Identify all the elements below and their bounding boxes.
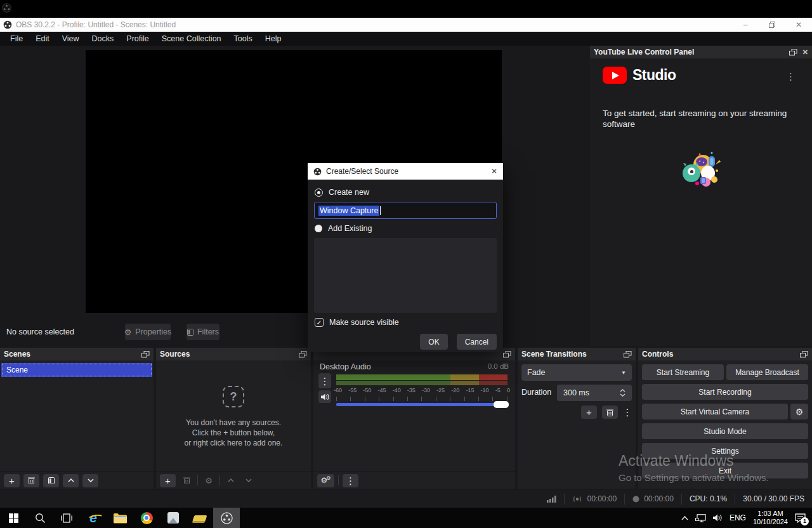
scene-filters-button[interactable] xyxy=(43,474,59,487)
volume-meter xyxy=(336,374,508,385)
close-panel-icon[interactable]: ✕ xyxy=(802,48,808,56)
studio-mode-button[interactable]: Studio Mode xyxy=(642,423,808,439)
remove-transition-button[interactable] xyxy=(602,406,618,419)
popout-icon[interactable] xyxy=(503,351,511,358)
close-button[interactable]: ✕ xyxy=(785,18,812,32)
popout-icon[interactable] xyxy=(299,351,307,358)
start-recording-button[interactable]: Start Recording xyxy=(642,384,808,400)
popout-icon[interactable] xyxy=(624,351,632,358)
internet-explorer-button[interactable]: e xyxy=(80,508,107,528)
start-streaming-button[interactable]: Start Streaming xyxy=(642,364,724,380)
obs-logo-icon xyxy=(2,3,11,13)
move-scene-up-button[interactable] xyxy=(63,474,79,487)
mixer-source-name: Desktop Audio xyxy=(320,362,371,371)
dialog-close-icon[interactable]: ✕ xyxy=(491,167,497,176)
make-source-visible-checkbox[interactable]: ✓ Make source visible xyxy=(315,318,399,327)
cancel-button[interactable]: Cancel xyxy=(457,334,497,350)
transition-props-button[interactable]: ⋮ xyxy=(623,406,632,419)
menu-docks[interactable]: Docks xyxy=(86,34,121,43)
popout-icon[interactable] xyxy=(789,49,797,56)
duration-spinbox[interactable]: 300 ms xyxy=(557,385,632,401)
language-indicator[interactable]: ENG xyxy=(730,513,746,522)
youtube-menu-dots-icon[interactable]: ⋮ xyxy=(786,71,796,82)
scenes-title: Scenes xyxy=(4,350,30,359)
create-new-radio[interactable]: Create new xyxy=(315,188,369,197)
file-explorer-button[interactable] xyxy=(107,508,133,528)
volume-icon[interactable] xyxy=(713,514,723,522)
taskbar-clock[interactable]: 1:03 AM 10/10/2024 xyxy=(753,510,788,526)
menu-view[interactable]: View xyxy=(56,34,86,43)
mixer-menu-button[interactable]: ⋮ xyxy=(343,474,358,487)
text-caret xyxy=(380,206,381,215)
add-scene-button[interactable]: + xyxy=(4,474,20,487)
action-center-button[interactable]: 1 xyxy=(795,513,806,523)
menu-edit[interactable]: Edit xyxy=(29,34,56,43)
controls-header: Controls xyxy=(638,348,812,360)
move-scene-down-button[interactable] xyxy=(82,474,98,487)
search-icon xyxy=(35,513,46,524)
source-properties-button[interactable]: ⚙ xyxy=(202,474,216,487)
photos-app-button[interactable] xyxy=(160,508,187,528)
start-virtual-camera-button[interactable]: Start Virtual Camera xyxy=(642,404,788,419)
tray-expand-icon[interactable] xyxy=(681,516,688,520)
menu-file[interactable]: File xyxy=(4,34,29,43)
youtube-panel: YouTube Live Control Panel ✕ Studio ⋮ To… xyxy=(590,46,812,346)
popout-icon[interactable] xyxy=(800,351,808,358)
obs-logo-icon xyxy=(221,512,233,524)
status-bar: 00:00:00 00:00:00 CPU: 0.1% 30.00 / 30.0… xyxy=(0,490,812,508)
obs-taskbar-button[interactable] xyxy=(213,508,240,528)
manage-broadcast-button[interactable]: Manage Broadcast xyxy=(726,364,808,380)
task-view-button[interactable] xyxy=(53,508,80,528)
add-source-button[interactable]: + xyxy=(160,474,176,487)
mixer-dots-button[interactable]: ⋮ xyxy=(318,373,331,388)
clock-time: 1:03 AM xyxy=(753,510,788,518)
ok-button[interactable]: OK xyxy=(420,334,447,350)
sources-empty-state: ? You don't have any sources. Click the … xyxy=(156,386,311,448)
taskbar-search-button[interactable] xyxy=(27,508,53,528)
youtube-studio-logo: Studio xyxy=(603,67,676,84)
mixer-level-db: 0.0 dB xyxy=(488,362,509,371)
popout-icon[interactable] xyxy=(141,351,150,358)
add-transition-button[interactable]: + xyxy=(581,406,597,419)
cpu-usage: CPU: 0.1% xyxy=(681,494,735,505)
advanced-audio-button[interactable]: ⚙⚙ xyxy=(317,474,334,487)
virtual-camera-config-button[interactable]: ⚙ xyxy=(790,404,808,419)
menu-scene-collection[interactable]: Scene Collection xyxy=(155,34,228,43)
duration-label: Duration xyxy=(521,388,551,397)
existing-sources-list[interactable] xyxy=(314,238,497,313)
activate-windows-watermark-sub: Go to Settings to activate Windows. xyxy=(619,472,769,483)
sticky-app-button[interactable] xyxy=(187,508,213,528)
connection-quality xyxy=(539,494,564,505)
filter-icon xyxy=(187,329,193,336)
filters-label: Filters xyxy=(197,327,219,336)
menu-tools[interactable]: Tools xyxy=(228,34,259,43)
minimize-button[interactable]: – xyxy=(732,18,759,32)
scene-list-item[interactable]: Scene xyxy=(1,363,152,377)
properties-button[interactable]: ⚙ Properties xyxy=(125,324,171,340)
workspace: No source selected ⚙ Properties Filters … xyxy=(0,46,812,490)
volume-slider[interactable] xyxy=(336,403,508,406)
window-title: OBS 30.2.2 - Profile: Untitled - Scenes:… xyxy=(16,20,176,29)
volume-slider-handle[interactable] xyxy=(494,401,509,408)
remove-source-button[interactable] xyxy=(180,474,193,487)
add-existing-radio[interactable]: Add Existing xyxy=(315,224,372,233)
remove-scene-button[interactable] xyxy=(23,474,39,487)
no-source-label: No source selected xyxy=(6,327,74,336)
menu-help[interactable]: Help xyxy=(259,34,288,43)
dialog-title: Create/Select Source xyxy=(326,167,398,176)
menu-profile[interactable]: Profile xyxy=(120,34,155,43)
transitions-toolbar: + ⋮ xyxy=(521,406,632,419)
window-titlebar: OBS 30.2.2 - Profile: Untitled - Scenes:… xyxy=(0,18,812,32)
start-button[interactable] xyxy=(0,508,27,528)
chrome-button[interactable] xyxy=(133,508,160,528)
move-source-down-button[interactable] xyxy=(242,474,256,487)
filters-button[interactable]: Filters xyxy=(187,324,219,340)
source-name-input[interactable]: Window Capture xyxy=(314,202,497,219)
mute-speaker-button[interactable] xyxy=(318,390,331,403)
restore-button[interactable] xyxy=(759,18,785,32)
sources-panel: Sources ? You don't have any sources. Cl… xyxy=(156,348,311,489)
folder-icon xyxy=(114,513,127,524)
transition-select[interactable]: Fade ▼ xyxy=(521,364,632,381)
move-source-up-button[interactable] xyxy=(224,474,238,487)
network-icon[interactable] xyxy=(695,514,706,522)
